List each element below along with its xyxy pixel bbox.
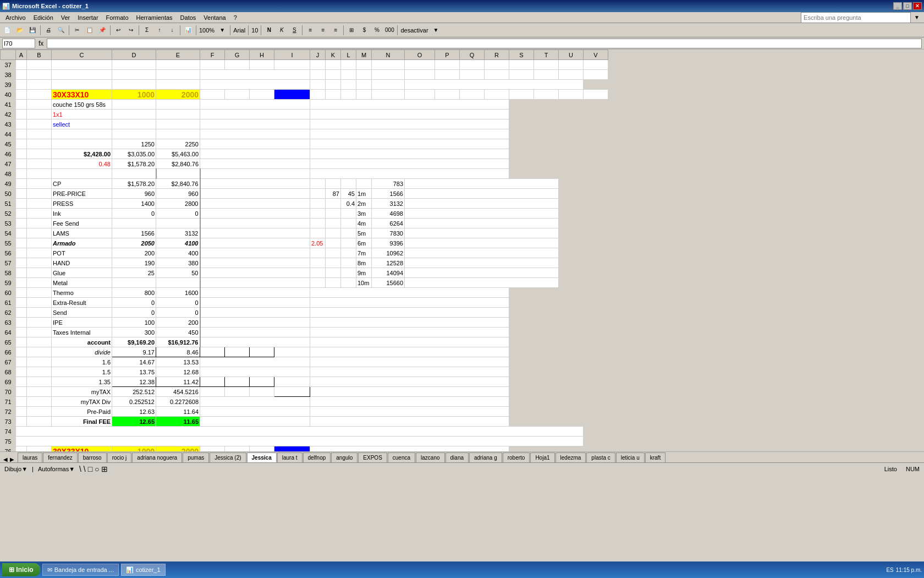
r63-d[interactable]: 100 — [112, 318, 156, 328]
r64-a[interactable] — [16, 328, 27, 337]
r70-c[interactable]: myTAX — [52, 387, 112, 397]
r46-rest[interactable] — [200, 149, 310, 159]
tab-angulo[interactable]: angulo — [331, 452, 358, 462]
r72-d[interactable]: 12.63 — [112, 407, 156, 417]
r55-m[interactable]: 6m — [356, 238, 372, 248]
r49-rest[interactable] — [200, 179, 310, 189]
r48-b[interactable] — [27, 169, 52, 179]
r41-d[interactable] — [112, 100, 156, 110]
r63-rest2[interactable] — [310, 318, 509, 328]
col-header-p[interactable]: P — [435, 50, 460, 60]
r37-a[interactable] — [16, 60, 27, 70]
r45-d[interactable]: 1250 — [112, 139, 156, 149]
copy-btn[interactable]: 📋 — [84, 24, 96, 36]
tab-adrianag[interactable]: adriana g — [469, 452, 502, 462]
new-btn[interactable]: 📄 — [1, 24, 13, 36]
r39-m[interactable] — [356, 80, 372, 90]
r57-rest[interactable] — [200, 258, 310, 268]
r51-l[interactable]: 0.4 — [341, 199, 356, 209]
r47-a[interactable] — [16, 159, 27, 169]
r46-a[interactable] — [16, 149, 27, 159]
r44-rest[interactable] — [200, 129, 310, 139]
r55-rest2[interactable] — [405, 238, 559, 248]
r67-c[interactable]: 1.6 — [52, 357, 112, 367]
r59-k[interactable] — [326, 278, 341, 288]
r59-n[interactable]: 15660 — [372, 278, 405, 288]
tab-leticia[interactable]: leticia u — [616, 452, 645, 462]
r42-rest2[interactable] — [310, 110, 509, 119]
r66-b[interactable] — [27, 347, 52, 357]
r66-c[interactable]: divide — [52, 347, 112, 357]
r71-rest[interactable] — [200, 397, 310, 407]
r38-c[interactable] — [52, 70, 112, 80]
r45-c[interactable] — [52, 139, 112, 149]
r37-f[interactable] — [200, 60, 225, 70]
r40-m[interactable] — [356, 90, 372, 100]
col-header-a[interactable]: A — [16, 50, 27, 60]
menu-edicion[interactable]: Edición — [30, 14, 57, 21]
col-header-g[interactable]: G — [225, 50, 250, 60]
minimize-btn[interactable]: _ — [893, 2, 902, 10]
r65-c[interactable]: account — [52, 337, 112, 347]
r45-e[interactable]: 2250 — [156, 139, 200, 149]
r38-l[interactable] — [341, 70, 356, 80]
tab-delfnop[interactable]: delfnop — [303, 452, 331, 462]
r61-d[interactable]: 0 — [112, 298, 156, 308]
r61-rest[interactable] — [200, 298, 310, 308]
r41-e[interactable] — [156, 100, 200, 110]
r43-a[interactable] — [16, 119, 27, 129]
r68-b[interactable] — [27, 367, 52, 377]
r61-e[interactable]: 0 — [156, 298, 200, 308]
r42-b[interactable] — [27, 110, 52, 119]
r69-g[interactable] — [225, 377, 250, 387]
r54-rest[interactable] — [200, 228, 310, 238]
r47-e[interactable]: $2,840.76 — [156, 159, 200, 169]
help-input[interactable] — [801, 12, 911, 23]
r52-c[interactable]: Ink — [52, 209, 112, 219]
r49-k[interactable] — [326, 179, 341, 189]
r71-b[interactable] — [27, 397, 52, 407]
r56-k[interactable] — [326, 248, 341, 258]
col-header-d[interactable]: D — [112, 50, 156, 60]
r69-d[interactable]: 12.38 — [112, 377, 156, 387]
r49-e[interactable]: $2,840.76 — [156, 179, 200, 189]
r71-rest2[interactable] — [310, 397, 509, 407]
align-right-btn[interactable]: ≡ — [329, 24, 342, 36]
r66-i[interactable] — [274, 347, 310, 357]
r47-c[interactable]: 0.48 — [52, 159, 112, 169]
r37-b[interactable] — [27, 60, 52, 70]
r56-m[interactable]: 7m — [356, 248, 372, 258]
r44-rest2[interactable] — [310, 129, 509, 139]
r38-v[interactable] — [584, 70, 608, 80]
chart-btn[interactable]: 📊 — [182, 24, 194, 36]
tab-kraft[interactable]: kraft — [645, 452, 666, 462]
tab-jessica[interactable]: Jessica — [247, 452, 277, 462]
r40-b[interactable] — [27, 90, 52, 100]
r57-b[interactable] — [27, 258, 52, 268]
r41-b[interactable] — [27, 100, 52, 110]
r60-b[interactable] — [27, 288, 52, 298]
r46-rest2[interactable] — [310, 149, 509, 159]
italic-btn[interactable]: K — [276, 24, 288, 36]
r70-e[interactable]: 454.5216 — [156, 387, 200, 397]
r50-j[interactable] — [310, 189, 326, 199]
formula-content[interactable] — [47, 39, 922, 48]
tab-plastac[interactable]: plasta c — [586, 452, 615, 462]
menu-ver[interactable]: Ver — [58, 14, 74, 21]
r57-d[interactable]: 190 — [112, 258, 156, 268]
r52-k[interactable] — [326, 209, 341, 219]
r53-d[interactable] — [112, 219, 156, 228]
r71-e[interactable]: 0.2272608 — [156, 397, 200, 407]
maximize-btn[interactable]: □ — [903, 2, 912, 10]
r76-h[interactable] — [250, 446, 274, 452]
r73-a[interactable] — [16, 417, 27, 427]
r57-m[interactable]: 8m — [356, 258, 372, 268]
r53-rest[interactable] — [200, 219, 310, 228]
r50-n[interactable]: 1566 — [372, 189, 405, 199]
merge-btn[interactable]: ⊞ — [345, 24, 358, 36]
r49-d[interactable]: $1,578.20 — [112, 179, 156, 189]
r37-t[interactable] — [534, 60, 559, 70]
col-header-l[interactable]: L — [341, 50, 356, 60]
tab-ledezma[interactable]: ledezma — [556, 452, 586, 462]
r66-d[interactable]: 9.17 — [112, 347, 156, 357]
